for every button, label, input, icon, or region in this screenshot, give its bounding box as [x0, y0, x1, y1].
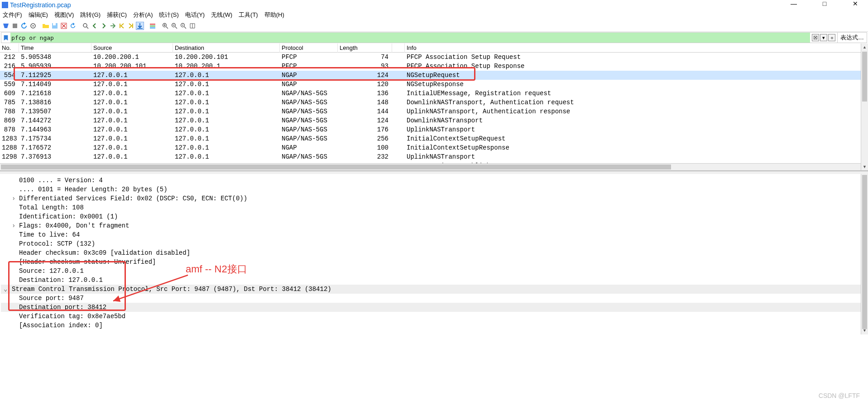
menu-capture[interactable]: 捕获(C) — [107, 11, 127, 19]
go-back-icon[interactable] — [91, 22, 99, 30]
stop-capture-icon[interactable] — [11, 22, 19, 30]
resize-columns-icon[interactable] — [188, 22, 197, 30]
reload-file-icon[interactable] — [69, 22, 77, 30]
window-buttons: — □ ✕ — [785, 0, 864, 7]
col-time[interactable]: Time — [19, 44, 91, 53]
auto-scroll-icon[interactable] — [136, 22, 144, 30]
menu-telephony[interactable]: 电话(Y) — [185, 11, 205, 19]
col-length[interactable]: Length — [338, 44, 392, 53]
menu-help[interactable]: 帮助(H) — [264, 11, 284, 19]
zoom-in-icon[interactable] — [161, 22, 169, 30]
svg-rect-4 — [53, 23, 56, 25]
packet-list-header: No. Time Source Destination Protocol Len… — [0, 44, 868, 53]
detail-line[interactable]: .... 0101 = Header Length: 20 bytes (5) — [1, 185, 868, 194]
packet-row[interactable]: 12987.376913127.0.0.1127.0.0.1NGAP/NAS-5… — [0, 152, 868, 161]
start-capture-icon[interactable] — [2, 22, 10, 30]
svg-point-2 — [33, 25, 34, 26]
detail-line[interactable]: Time to live: 64 — [1, 230, 868, 239]
go-to-packet-icon[interactable] — [109, 22, 117, 30]
filter-bar: ☒ ▾ ＋ 表达式… — [1, 32, 867, 43]
save-file-icon[interactable] — [51, 22, 59, 30]
zoom-reset-icon[interactable] — [179, 22, 187, 30]
colorize-icon[interactable] — [149, 22, 157, 30]
col-info[interactable]: Info — [405, 44, 868, 53]
minimize-button[interactable]: — — [785, 0, 803, 7]
annotation-text: amf -- N2接口 — [186, 263, 247, 275]
detail-line[interactable]: [Header checksum status: Unverified] — [1, 257, 868, 266]
open-file-icon[interactable] — [42, 22, 50, 30]
menu-goto[interactable]: 跳转(G) — [80, 11, 101, 19]
svg-point-6 — [83, 24, 87, 27]
col-no[interactable]: No. — [0, 44, 19, 53]
col-protocol[interactable]: Protocol — [280, 44, 338, 53]
close-button[interactable]: ✕ — [846, 0, 864, 7]
svg-rect-9 — [150, 25, 155, 27]
packet-row[interactable]: 5547.112925127.0.0.1127.0.0.1NGAP124NGSe… — [0, 71, 868, 80]
display-filter-input[interactable] — [10, 33, 810, 43]
packet-row[interactable]: 12837.175734127.0.0.1127.0.0.1NGAP/NAS-5… — [0, 134, 868, 143]
packet-row[interactable]: 12887.176572127.0.0.1127.0.0.1NGAP100Ini… — [0, 143, 868, 152]
title-bar: TestRegistration.pcap — [0, 0, 868, 10]
expression-button[interactable]: 表达式… — [837, 33, 867, 43]
col-source[interactable]: Source — [91, 44, 173, 53]
maximize-button[interactable]: □ — [815, 0, 834, 7]
col-destination[interactable]: Destination — [173, 44, 280, 53]
go-forward-icon[interactable] — [100, 22, 108, 30]
packet-row[interactable]: 8787.144963127.0.0.1127.0.0.1NGAP/NAS-5G… — [0, 125, 868, 134]
go-first-icon[interactable] — [118, 22, 126, 30]
menu-bar: 文件(F) 编辑(E) 视图(V) 跳转(G) 捕获(C) 分析(A) 统计(S… — [0, 10, 868, 20]
packet-details-pane[interactable]: 0100 .... = Version: 4 .... 0101 = Heade… — [0, 174, 868, 334]
close-file-icon[interactable] — [60, 22, 68, 30]
svg-rect-0 — [13, 24, 17, 28]
packet-list-pane: No. Time Source Destination Protocol Len… — [0, 44, 868, 171]
details-vertical-scrollbar[interactable]: ▲ ▼ — [861, 174, 868, 334]
watermark: CSDN @LFTF — [819, 392, 860, 399]
svg-rect-8 — [150, 24, 155, 25]
packet-list-horizontal-scrollbar[interactable] — [0, 163, 861, 170]
packet-row[interactable]: 7857.138816127.0.0.1127.0.0.1NGAP/NAS-5G… — [0, 98, 868, 107]
detail-line-expandable[interactable]: Flags: 0x4000, Don't fragment — [1, 221, 868, 230]
menu-file[interactable]: 文件(F) — [3, 11, 22, 19]
menu-edit[interactable]: 编辑(E) — [29, 11, 48, 19]
menu-tools[interactable]: 工具(T) — [239, 11, 258, 19]
detail-line[interactable]: Protocol: SCTP (132) — [1, 239, 868, 248]
filter-bookmark-icon[interactable] — [2, 34, 10, 41]
detail-line[interactable]: Identification: 0x0001 (1) — [1, 212, 868, 221]
packet-row[interactable]: 6097.121618127.0.0.1127.0.0.1NGAP/NAS-5G… — [0, 89, 868, 98]
detail-line[interactable]: Verification tag: 0x8e7ae5bd — [1, 312, 868, 321]
svg-rect-10 — [150, 27, 155, 29]
menu-analyze[interactable]: 分析(A) — [133, 11, 153, 19]
toolbar — [0, 20, 868, 32]
detail-line[interactable]: Header checksum: 0x3c09 [validation disa… — [1, 248, 868, 257]
window-title: TestRegistration.pcap — [10, 1, 71, 9]
menu-view[interactable]: 视图(V) — [54, 11, 74, 19]
packet-row[interactable]: 5597.114049127.0.0.1127.0.0.1NGAP120NGSe… — [0, 80, 868, 89]
packet-row[interactable]: 7887.139507127.0.0.1127.0.0.1NGAP/NAS-5G… — [0, 107, 868, 116]
menu-stats[interactable]: 统计(S) — [159, 11, 178, 19]
packet-row[interactable]: 2125.90534810.200.200.110.200.200.101PFC… — [0, 53, 868, 62]
filter-recent-icon[interactable]: ▾ — [820, 34, 827, 41]
zoom-out-icon[interactable] — [170, 22, 178, 30]
packet-row[interactable]: 8697.144272127.0.0.1127.0.0.1NGAP/NAS-5G… — [0, 116, 868, 125]
find-packet-icon[interactable] — [82, 22, 90, 30]
packet-list-vertical-scrollbar[interactable]: ▲ ▼ — [861, 44, 868, 170]
menu-wireless[interactable]: 无线(W) — [211, 11, 232, 19]
detail-line[interactable]: 0100 .... = Version: 4 — [1, 176, 868, 185]
packet-row[interactable]: 2165.90593910.200.200.10110.200.200.1PFC… — [0, 62, 868, 71]
annotation-arrow-icon — [109, 273, 190, 305]
go-last-icon[interactable] — [127, 22, 135, 30]
annotation-label: amf -- N2接口 — [186, 265, 247, 274]
restart-capture-icon[interactable] — [20, 22, 28, 30]
packet-list-body[interactable]: 2125.90534810.200.200.110.200.200.101PFC… — [0, 53, 868, 171]
filter-add-icon[interactable]: ＋ — [828, 34, 835, 41]
detail-line-expandable[interactable]: Differentiated Services Field: 0x02 (DSC… — [1, 194, 868, 203]
capture-options-icon[interactable] — [29, 22, 37, 30]
svg-rect-7 — [137, 28, 143, 29]
filter-clear-icon[interactable]: ☒ — [812, 34, 819, 41]
packet-row[interactable]: 16117.42040510.200.200.10110.200.200.1PF… — [0, 170, 868, 171]
app-icon — [2, 2, 8, 8]
detail-line[interactable]: [Association index: 0] — [1, 321, 868, 330]
detail-line[interactable]: Total Length: 108 — [1, 203, 868, 212]
